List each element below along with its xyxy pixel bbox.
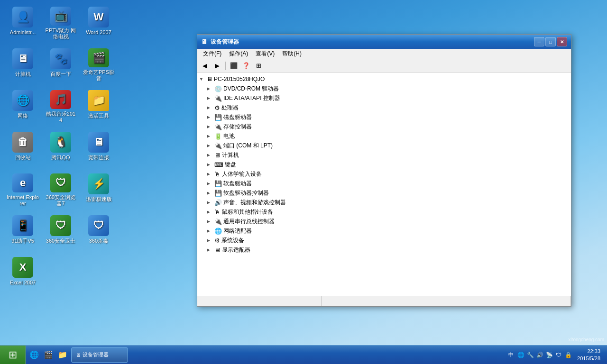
tree-item-16[interactable]: ▶⚙系统设备 — [197, 236, 571, 245]
desktop-icon-ie[interactable]: eInternet Explorer — [5, 171, 41, 209]
tree-expand-root[interactable]: ▼ — [199, 77, 207, 82]
tree-item-8[interactable]: ▶⌨键盘 — [197, 160, 571, 169]
toolbar-back[interactable]: ◀ — [199, 61, 211, 71]
tree-expand-14[interactable]: ▶ — [207, 219, 214, 224]
toolbar-help[interactable]: ❓ — [240, 61, 252, 71]
tree-item-6[interactable]: ▶🔌端口 (COM 和 LPT) — [197, 141, 571, 150]
taskbar-icon-ie[interactable]: 🌐 — [28, 348, 41, 362]
pptv-label: PPTV聚力 网络电视 — [45, 27, 77, 40]
tree-item-1[interactable]: ▶🔌IDE ATA/ATAPI 控制器 — [197, 93, 571, 103]
taskbar-active-task[interactable]: 🖥 设备管理器 — [71, 347, 128, 363]
tree-item-2[interactable]: ▶⚙处理器 — [197, 103, 571, 112]
tree-label-1: IDE ATA/ATAPI 控制器 — [223, 94, 280, 102]
tree-expand-15[interactable]: ▶ — [207, 228, 214, 233]
tree-expand-6[interactable]: ▶ — [207, 143, 214, 148]
toolbar-forward[interactable]: ▶ — [212, 61, 223, 71]
tree-item-7[interactable]: ▶🖥计算机 — [197, 150, 571, 160]
tree-item-15[interactable]: ▶🌐网络适配器 — [197, 226, 571, 236]
tree-pane[interactable]: ▼🖥PC-20150528HQJO▶💿DVD/CD-ROM 驱动器▶🔌IDE A… — [197, 73, 571, 296]
maximize-button[interactable]: □ — [545, 37, 556, 46]
desktop-icon-assist91[interactable]: 📱91助手V5 — [5, 212, 41, 251]
tree-item-11[interactable]: ▶💾软盘驱动器控制器 — [197, 188, 571, 198]
tree-icon-17: 🖥 — [214, 246, 221, 254]
menubar: 文件(F) 操作(A) 查看(V) 帮助(H) — [197, 49, 571, 59]
tree-expand-7[interactable]: ▶ — [207, 153, 214, 157]
tree-item-13[interactable]: ▶🖱鼠标和其他指针设备 — [197, 207, 571, 217]
tree-expand-10[interactable]: ▶ — [207, 181, 214, 186]
admin-label: Administr... — [10, 29, 36, 36]
desktop-icon-active[interactable]: 📁激活工具 — [81, 87, 117, 126]
menu-view[interactable]: 查看(V) — [252, 49, 278, 59]
desktop-icon-360kill[interactable]: 🛡360杀毒 — [81, 212, 117, 251]
menu-action[interactable]: 操作(A) — [225, 49, 252, 59]
start-button[interactable]: ⊞ — [0, 346, 26, 364]
desktop-icon-360browser[interactable]: 🛡360安全浏览器7 — [43, 171, 79, 209]
desktop-icon-kuwo[interactable]: 🎵酷我音乐2014 — [43, 87, 79, 126]
tree-expand-13[interactable]: ▶ — [207, 209, 214, 214]
tray-icon-wifi[interactable]: 📡 — [545, 351, 553, 359]
desktop-icon-baidu[interactable]: 🐾百度一下 — [43, 46, 79, 84]
tree-root[interactable]: ▼🖥PC-20150528HQJO — [197, 74, 571, 84]
desktop-icon-thunder[interactable]: ⚡迅雷极速版 — [81, 171, 117, 209]
desktop-icon-360guard[interactable]: 🛡360安全卫士 — [43, 212, 79, 251]
toolbar-stop[interactable]: ⬛ — [228, 61, 239, 71]
desktop-icon-excel2007[interactable]: XExcel 2007 — [5, 254, 41, 293]
desktop-icon-qq[interactable]: 🐧腾讯QQ — [43, 129, 79, 168]
tray-icon-volume[interactable]: 🔊 — [535, 351, 544, 359]
tree-expand-17[interactable]: ▶ — [207, 247, 214, 252]
menu-file[interactable]: 文件(F) — [199, 49, 225, 59]
clock-date: 2015/5/28 — [577, 355, 600, 362]
tree-icon-4: 🔌 — [214, 123, 222, 130]
toolbar-view[interactable]: ⊞ — [253, 61, 264, 71]
tree-expand-4[interactable]: ▶ — [207, 124, 214, 129]
taskbar-icon-folder[interactable]: 📁 — [56, 348, 69, 362]
minimize-button[interactable]: ─ — [534, 37, 544, 46]
tray-icon-shield[interactable]: 🛡 — [554, 351, 563, 359]
tree-item-4[interactable]: ▶🔌存储控制器 — [197, 122, 571, 131]
tree-item-17[interactable]: ▶🖥显示适配器 — [197, 245, 571, 255]
tree-expand-9[interactable]: ▶ — [207, 172, 214, 176]
tree-expand-3[interactable]: ▶ — [207, 115, 214, 119]
tree-label-7: 计算机 — [222, 151, 239, 159]
tray-icon-settings[interactable]: 🔧 — [526, 351, 534, 359]
tree-item-10[interactable]: ▶💾软盘驱动器 — [197, 179, 571, 188]
tree-expand-11[interactable]: ▶ — [207, 191, 214, 195]
tray-icon-security[interactable]: 🔒 — [564, 351, 572, 359]
tree-label-15: 网络适配器 — [223, 227, 252, 235]
desktop-icon-admin[interactable]: 👤Administr... — [5, 4, 41, 43]
desktop-icon-network[interactable]: 🌐网络 — [5, 87, 41, 126]
tree-expand-0[interactable]: ▶ — [207, 86, 214, 91]
tree-expand-12[interactable]: ▶ — [207, 200, 214, 205]
tree-expand-16[interactable]: ▶ — [207, 238, 214, 243]
tree-expand-2[interactable]: ▶ — [207, 105, 214, 110]
baidu-label: 百度一下 — [50, 71, 71, 77]
desktop-icon-word2007[interactable]: WWord 2007 — [81, 4, 117, 43]
taskbar-icon-media[interactable]: 🎬 — [42, 348, 55, 362]
desktop-icon-aiqiyi[interactable]: 🎬爱奇艺PPS影音 — [81, 46, 117, 84]
tree-item-14[interactable]: ▶🔌通用串行总线控制器 — [197, 217, 571, 226]
tree-item-9[interactable]: ▶🖱人体学输入设备 — [197, 169, 571, 179]
tree-item-5[interactable]: ▶🔋电池 — [197, 131, 571, 141]
tree-icon-3: 💾 — [214, 114, 222, 121]
recycle-label: 回收站 — [15, 155, 31, 161]
desktop-icon-broadband[interactable]: 🖥宽带连接 — [81, 129, 117, 168]
close-button[interactable]: ✕ — [557, 37, 567, 46]
tree-expand-5[interactable]: ▶ — [207, 134, 214, 138]
tree-expand-8[interactable]: ▶ — [207, 162, 214, 167]
window-title-text: 设备管理器 — [211, 38, 531, 46]
desktop-icon-pptv[interactable]: 📺PPTV聚力 网络电视 — [43, 4, 79, 43]
menu-help[interactable]: 帮助(H) — [278, 49, 305, 59]
tree-item-12[interactable]: ▶🔊声音、视频和游戏控制器 — [197, 198, 571, 207]
tree-item-0[interactable]: ▶💿DVD/CD-ROM 驱动器 — [197, 84, 571, 93]
tree-expand-1[interactable]: ▶ — [207, 96, 214, 100]
tree-icon-0: 💿 — [214, 85, 222, 92]
assist91-label: 91助手V5 — [11, 238, 34, 244]
tree-item-3[interactable]: ▶💾磁盘驱动器 — [197, 112, 571, 122]
lang-indicator[interactable]: 中 — [506, 351, 515, 358]
excel2007-label: Excel 2007 — [10, 280, 36, 286]
desktop-icon-recycle[interactable]: 🗑回收站 — [5, 129, 41, 168]
tray-icon-network[interactable]: 🌐 — [516, 351, 525, 359]
clock[interactable]: 22:33 2015/5/28 — [574, 348, 603, 362]
kuwo-icon: 🎵 — [50, 90, 71, 109]
desktop-icon-computer[interactable]: 🖥计算机 — [5, 46, 41, 84]
